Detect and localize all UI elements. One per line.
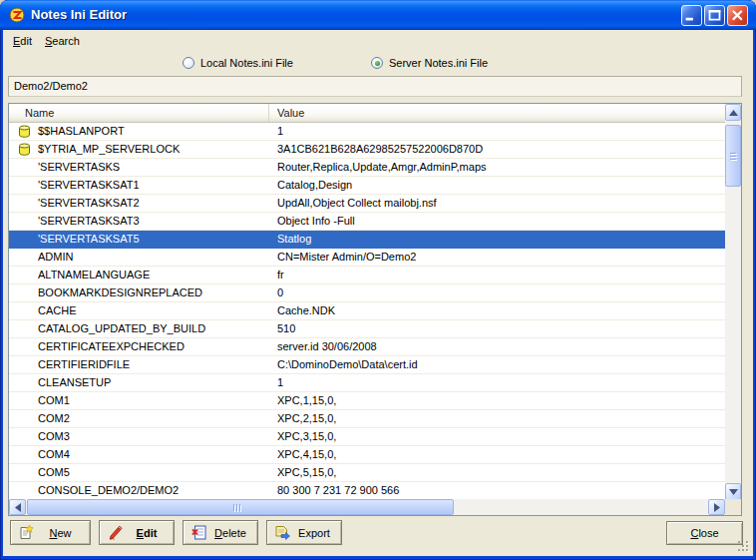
new-button[interactable]: New bbox=[10, 520, 91, 545]
row-value-text: server.id 30/06/2008 bbox=[269, 338, 725, 355]
row-value-text: XPC,5,15,0, bbox=[269, 464, 725, 481]
row-name-text: BOOKMARKDESIGNREPLACED bbox=[38, 286, 202, 298]
red-pen-icon bbox=[107, 524, 124, 541]
delete-button-label: Delete bbox=[207, 527, 257, 539]
table-row[interactable]: CERTIFIERIDFILE C:\DominoDemo\Data\cert.… bbox=[9, 356, 725, 374]
radio-server-notes-ini[interactable]: Server Notes.ini File bbox=[371, 56, 488, 70]
table-row[interactable]: COM1 XPC,1,15,0, bbox=[9, 392, 725, 410]
row-name-cell: 'SERVERTASKSAT1 bbox=[9, 177, 269, 194]
maximize-button[interactable] bbox=[704, 5, 725, 26]
table-row[interactable]: $YTRIA_MP_SERVERLOCK 3A1CB621B628A629852… bbox=[9, 141, 725, 159]
edit-button[interactable]: Edit bbox=[99, 520, 175, 545]
horizontal-scrollbar[interactable] bbox=[9, 499, 725, 515]
row-name-text: 'SERVERTASKSAT3 bbox=[38, 215, 140, 227]
new-document-icon bbox=[18, 524, 35, 541]
row-value-text: 0 bbox=[269, 284, 725, 301]
database-icon bbox=[17, 143, 32, 156]
table-row[interactable]: ALTNAMELANGUAGE fr bbox=[9, 267, 725, 284]
scroll-up-arrow-icon[interactable] bbox=[725, 104, 741, 121]
row-value-text: UpdAll,Object Collect mailobj.nsf bbox=[269, 195, 725, 212]
table-row[interactable]: 'SERVERTASKSAT2 UpdAll,Object Collect ma… bbox=[9, 195, 725, 213]
table-row[interactable]: COM2 XPC,2,15,0, bbox=[9, 410, 725, 428]
row-name-cell: CATALOG_UPDATED_BY_BUILD bbox=[9, 320, 269, 337]
export-button-label: Export bbox=[291, 527, 341, 539]
table-row[interactable]: 'SERVERTASKS Router,Replica,Update,Amgr,… bbox=[9, 159, 725, 177]
server-name-label: Demo2/Demo2 bbox=[8, 76, 742, 97]
resize-grip[interactable] bbox=[738, 541, 750, 553]
close-window-button[interactable] bbox=[727, 5, 748, 26]
row-name-cell: COM2 bbox=[9, 410, 269, 427]
row-name-text: $YTRIA_MP_SERVERLOCK bbox=[38, 143, 180, 155]
row-name-cell: $YTRIA_MP_SERVERLOCK bbox=[9, 141, 269, 158]
row-name-text: COM2 bbox=[38, 412, 70, 424]
radio-server-label: Server Notes.ini File bbox=[389, 57, 488, 69]
scroll-right-arrow-icon[interactable] bbox=[708, 499, 725, 515]
table-row[interactable]: COM5 XPC,5,15,0, bbox=[9, 464, 725, 482]
radio-circle-icon bbox=[371, 57, 383, 69]
row-name-text: $$HASLANPORT bbox=[38, 125, 125, 137]
row-name-text: CERTIFICATEEXPCHECKED bbox=[38, 340, 185, 352]
row-value-text: 1 bbox=[269, 123, 725, 140]
menu-search[interactable]: Search bbox=[42, 34, 83, 50]
row-name-cell: ALTNAMELANGUAGE bbox=[9, 267, 269, 283]
horizontal-scroll-thumb[interactable] bbox=[27, 499, 454, 515]
table-row[interactable]: COM3 XPC,3,15,0, bbox=[9, 428, 725, 446]
titlebar[interactable]: Notes Ini Editor bbox=[0, 0, 756, 30]
scroll-left-arrow-icon[interactable] bbox=[9, 499, 26, 515]
scroll-down-arrow-icon[interactable] bbox=[725, 483, 741, 500]
row-value-text: Statlog bbox=[269, 231, 725, 248]
row-value-text: 3A1CB621B628A62985257522006D870D bbox=[269, 141, 725, 158]
row-name-cell: CERTIFIERIDFILE bbox=[9, 356, 269, 373]
radio-local-notes-ini[interactable]: Local Notes.ini File bbox=[183, 56, 293, 70]
row-name-cell: 'SERVERTASKSAT5 bbox=[9, 231, 269, 248]
scrollbar-corner bbox=[725, 499, 741, 515]
column-header-name[interactable]: Name bbox=[9, 104, 269, 122]
column-header-value[interactable]: Value bbox=[269, 104, 725, 122]
menu-edit[interactable]: Edit bbox=[10, 34, 35, 50]
app-icon bbox=[9, 7, 25, 23]
table-row[interactable]: 'SERVERTASKSAT3 Object Info -Full bbox=[9, 213, 725, 231]
radio-local-label: Local Notes.ini File bbox=[200, 57, 293, 69]
export-arrow-icon bbox=[274, 524, 291, 541]
row-name-cell: 'SERVERTASKSAT3 bbox=[9, 213, 269, 230]
row-name-text: CERTIFIERIDFILE bbox=[38, 358, 130, 370]
ini-settings-list: Name Value $$HASLANPORT 1 $YTRIA_MP_SERV… bbox=[8, 103, 742, 516]
table-row[interactable]: CERTIFICATEEXPCHECKED server.id 30/06/20… bbox=[9, 338, 725, 356]
row-value-text: Cache.NDK bbox=[269, 302, 725, 319]
notes-ini-editor-window: Notes Ini Editor Edit Search Local Notes… bbox=[0, 0, 756, 560]
row-name-text: COM3 bbox=[38, 430, 70, 442]
row-name-cell: COM4 bbox=[9, 446, 269, 463]
vertical-scroll-thumb[interactable] bbox=[725, 125, 741, 187]
database-icon bbox=[17, 125, 32, 138]
row-name-text: CLEANSETUP bbox=[38, 376, 111, 388]
table-row[interactable]: BOOKMARKDESIGNREPLACED 0 bbox=[9, 284, 725, 302]
table-row[interactable]: CLEANSETUP 1 bbox=[9, 374, 725, 392]
row-name-text: COM1 bbox=[38, 394, 70, 406]
table-row[interactable]: CACHE Cache.NDK bbox=[9, 302, 725, 320]
minimize-button[interactable] bbox=[681, 5, 702, 26]
table-row[interactable]: COM4 XPC,4,15,0, bbox=[9, 446, 725, 464]
row-value-text: 80 300 7 231 72 900 566 bbox=[269, 482, 725, 499]
row-value-text: Catalog,Design bbox=[269, 177, 725, 194]
row-name-text: CACHE bbox=[38, 304, 77, 316]
table-row[interactable]: ADMIN CN=Mister Admin/O=Demo2 bbox=[9, 249, 725, 267]
row-value-text: XPC,4,15,0, bbox=[269, 446, 725, 463]
close-button[interactable]: Close bbox=[666, 521, 743, 545]
vertical-scrollbar[interactable] bbox=[725, 104, 741, 500]
edit-button-label: Edit bbox=[124, 527, 174, 539]
row-name-cell: 'SERVERTASKS bbox=[9, 159, 269, 176]
row-name-text: 'SERVERTASKSAT2 bbox=[38, 197, 140, 209]
row-name-cell: CLEANSETUP bbox=[9, 374, 269, 391]
table-row[interactable]: 'SERVERTASKSAT1 Catalog,Design bbox=[9, 177, 725, 195]
row-name-text: 'SERVERTASKSAT5 bbox=[38, 233, 140, 245]
table-row[interactable]: $$HASLANPORT 1 bbox=[9, 123, 725, 141]
export-button[interactable]: Export bbox=[266, 520, 342, 545]
row-name-text: 'SERVERTASKSAT1 bbox=[38, 179, 140, 191]
delete-button[interactable]: Delete bbox=[183, 520, 258, 545]
list-rows: $$HASLANPORT 1 $YTRIA_MP_SERVERLOCK 3A1C… bbox=[9, 123, 725, 500]
table-row[interactable]: CONSOLE_DEMO2/DEMO2 80 300 7 231 72 900 … bbox=[9, 482, 725, 500]
row-name-text: ALTNAMELANGUAGE bbox=[38, 269, 150, 280]
row-name-text: COM4 bbox=[38, 448, 70, 460]
table-row[interactable]: 'SERVERTASKSAT5 Statlog bbox=[9, 231, 725, 249]
table-row[interactable]: CATALOG_UPDATED_BY_BUILD 510 bbox=[9, 320, 725, 338]
